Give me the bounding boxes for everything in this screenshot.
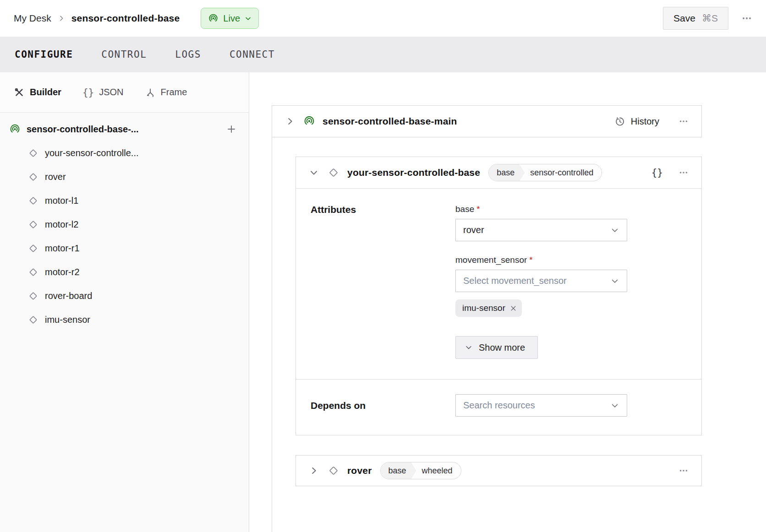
chevron-down-icon — [465, 343, 473, 352]
mode-builder[interactable]: Builder — [14, 87, 61, 98]
header-overflow-menu-icon[interactable] — [741, 13, 752, 24]
save-button[interactable]: Save ⌘S — [663, 7, 728, 30]
badge-type: base — [381, 462, 416, 479]
component-diamond-icon — [27, 219, 39, 230]
mode-frame-label: Frame — [161, 87, 187, 98]
part-card: sensor-controlled-base-main History — [272, 105, 702, 137]
expand-chevron-right-icon[interactable] — [309, 466, 319, 476]
chevron-down-icon — [610, 401, 619, 410]
tree-item-rover-board[interactable]: rover-board — [9, 284, 237, 308]
component-card-rover: rover base wheeled — [295, 455, 702, 486]
badge-type: base — [489, 164, 525, 181]
tree-item-label: motor-l2 — [45, 219, 78, 230]
part-card-title: sensor-controlled-base-main — [323, 116, 457, 127]
chip-remove-icon[interactable] — [509, 304, 517, 312]
tab-configure[interactable]: CONFIGURE — [15, 49, 73, 60]
save-button-label: Save — [673, 13, 695, 24]
field-movement-sensor-label: movement_sensor* — [455, 255, 627, 265]
component-card-menu-icon[interactable] — [678, 168, 689, 178]
save-shortcut-hint: ⌘S — [702, 13, 718, 24]
component-diamond-icon — [27, 147, 39, 159]
depends-on-heading: Depends on — [311, 400, 455, 411]
field-base-label: base* — [455, 204, 627, 214]
base-select-value: rover — [463, 225, 484, 235]
tree-item-motor-l1[interactable]: motor-l1 — [9, 189, 237, 212]
component-diamond-icon — [27, 290, 39, 302]
tree-item-rover[interactable]: rover — [9, 165, 237, 189]
chip-label: imu-sensor — [462, 303, 505, 313]
chevron-down-icon — [610, 226, 619, 235]
tree-item-label: motor-r2 — [45, 267, 80, 277]
show-more-button[interactable]: Show more — [455, 336, 538, 359]
component-diamond-icon — [27, 195, 39, 206]
history-clock-icon — [614, 116, 625, 127]
depends-on-placeholder: Search resources — [463, 400, 535, 411]
tree-item-motor-r2[interactable]: motor-r2 — [9, 260, 237, 284]
tree-item-label: motor-l1 — [45, 195, 78, 206]
tree-item-imu-sensor[interactable]: imu-sensor — [9, 308, 237, 331]
tab-control[interactable]: CONTROL — [101, 49, 147, 60]
builder-tools-icon — [14, 87, 25, 98]
show-more-label: Show more — [479, 342, 525, 353]
tab-connect[interactable]: CONNECT — [230, 49, 275, 60]
breadcrumb-parent-link[interactable]: My Desk — [14, 13, 51, 24]
machine-tab-bar: CONFIGURE CONTROL LOGS CONNECT — [0, 37, 766, 72]
mode-json[interactable]: {} JSON — [82, 87, 124, 98]
component-card-your-sensor-controlled-base: your-sensor-controlled-base base sensor-… — [295, 157, 702, 435]
collapse-chevron-down-icon[interactable] — [309, 168, 319, 178]
tree-item-label: rover-board — [45, 291, 92, 301]
tree-item-label: rover — [45, 172, 66, 182]
edit-json-braces-icon[interactable]: {} — [651, 167, 663, 178]
tree-root-label: sensor-controlled-base-... — [27, 124, 139, 135]
component-card-title: your-sensor-controlled-base — [347, 167, 480, 178]
mode-builder-label: Builder — [30, 87, 61, 98]
component-type-badge: base wheeled — [380, 462, 461, 479]
rover-card-title: rover — [347, 465, 372, 476]
mode-frame[interactable]: Frame — [145, 87, 187, 98]
tree-root-machine-part[interactable]: sensor-controlled-base-... — [9, 117, 237, 141]
online-broadcast-icon — [303, 115, 315, 127]
movement-sensor-placeholder: Select movement_sensor — [463, 276, 567, 286]
frame-axes-icon — [145, 87, 156, 98]
history-label: History — [631, 116, 659, 127]
depends-on-section: Depends on Search resources — [296, 379, 701, 435]
component-diamond-icon — [327, 166, 340, 179]
tree-item-label: motor-r1 — [45, 243, 80, 254]
nesting-guide-line — [272, 137, 272, 532]
attributes-heading: Attributes — [311, 204, 455, 359]
base-select[interactable]: rover — [455, 219, 627, 241]
expand-chevron-right-icon[interactable] — [285, 116, 295, 126]
chip-imu-sensor: imu-sensor — [455, 299, 522, 317]
history-button[interactable]: History — [614, 116, 659, 127]
depends-on-select[interactable]: Search resources — [455, 394, 627, 417]
movement-sensor-select[interactable]: Select movement_sensor — [455, 270, 627, 292]
app-header: My Desk sensor-controlled-base Live Save… — [0, 0, 766, 37]
resource-tree: sensor-controlled-base-... your-sensor-c… — [0, 113, 249, 331]
live-status-dropdown[interactable]: Live — [201, 8, 259, 29]
rover-card-menu-icon[interactable] — [678, 466, 689, 476]
component-diamond-icon — [27, 243, 39, 254]
breadcrumb-chevron-icon — [58, 15, 65, 22]
tab-logs[interactable]: LOGS — [175, 49, 201, 60]
tree-item-label: your-sensor-controlle... — [45, 148, 139, 158]
attributes-section: Attributes base* rover — [296, 189, 701, 379]
config-sidebar: Builder {} JSON Frame — [0, 72, 249, 532]
curly-braces-icon: {} — [82, 87, 94, 98]
badge-model: sensor-controlled — [525, 164, 602, 181]
part-card-menu-icon[interactable] — [678, 116, 689, 126]
required-asterisk: * — [529, 255, 532, 265]
component-card-header: your-sensor-controlled-base base sensor-… — [296, 157, 701, 189]
component-type-badge: base sensor-controlled — [488, 164, 602, 181]
online-broadcast-icon — [9, 124, 21, 135]
component-diamond-icon — [27, 314, 39, 326]
badge-model: wheeled — [416, 462, 461, 479]
tree-item-your-sensor-controlled[interactable]: your-sensor-controlle... — [9, 141, 237, 165]
config-main-panel: sensor-controlled-base-main History — [249, 72, 766, 532]
component-diamond-icon — [327, 464, 340, 477]
tree-item-motor-r1[interactable]: motor-r1 — [9, 236, 237, 260]
component-diamond-icon — [27, 266, 39, 278]
tree-item-motor-l2[interactable]: motor-l2 — [9, 212, 237, 236]
add-component-icon[interactable] — [226, 124, 237, 135]
view-mode-bar: Builder {} JSON Frame — [0, 72, 249, 113]
tree-item-label: imu-sensor — [45, 315, 90, 325]
